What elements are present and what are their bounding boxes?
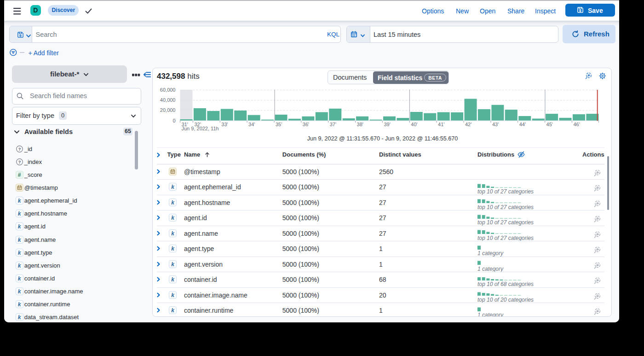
svg-text:?: ? (18, 160, 21, 164)
svg-text:40,000: 40,000 (160, 97, 176, 103)
svg-text:43': 43' (492, 122, 499, 127)
svg-text:20,000: 20,000 (160, 107, 176, 113)
svg-text:Jun 9, 2022, 11h: Jun 9, 2022, 11h (182, 126, 219, 131)
svg-text:?: ? (18, 147, 21, 152)
svg-text:45': 45' (546, 122, 553, 127)
svg-text:42': 42' (465, 122, 472, 127)
svg-text:0: 0 (172, 118, 175, 123)
svg-text:41': 41' (438, 122, 444, 127)
svg-text:46': 46' (573, 122, 580, 127)
svg-text:34': 34' (248, 122, 255, 127)
svg-text:40': 40' (411, 122, 417, 127)
svg-text:35': 35' (276, 122, 282, 127)
svg-text:36': 36' (303, 122, 309, 127)
svg-text:38': 38' (357, 122, 363, 127)
svg-text:60,000: 60,000 (160, 87, 176, 93)
svg-text:33': 33' (221, 122, 228, 127)
svg-text:37': 37' (330, 122, 336, 127)
svg-text:44': 44' (519, 122, 526, 127)
svg-text:39': 39' (384, 122, 390, 127)
